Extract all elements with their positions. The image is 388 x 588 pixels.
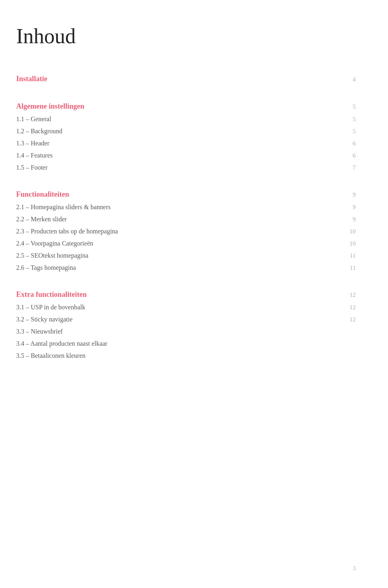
- toc-item-1-4: 1.4 – Features 6: [16, 149, 356, 162]
- toc-item-3-5: 3.5 – Betaaliconen kleuren: [16, 350, 356, 362]
- item-page-1-4: 6: [344, 152, 356, 159]
- toc-item-2-4: 2.4 – Voorpagina Categorieën 10: [16, 237, 356, 250]
- page-number: 3: [353, 565, 356, 572]
- toc-item-1-1: 1.1 – General 5: [16, 113, 356, 125]
- toc-item-3-2: 3.2 – Sticky navigatie 12: [16, 313, 356, 326]
- item-label-1-4: 1.4 – Features: [16, 152, 344, 159]
- item-label-1-5: 1.5 – Footer: [16, 164, 344, 171]
- item-label-3-2: 3.2 – Sticky navigatie: [16, 316, 344, 323]
- page-title: Inhoud: [16, 24, 356, 48]
- toc-header-algemene: Algemene instellingen 5: [16, 100, 356, 113]
- toc-section-extra: Extra functionaliteiten 12 3.1 – USP in …: [16, 288, 356, 362]
- item-page-1-3: 6: [344, 140, 356, 147]
- item-page-2-6: 11: [344, 265, 356, 271]
- item-label-3-3: 3.3 – Nieuwsbrief: [16, 328, 344, 335]
- toc-item-2-1: 2.1 – Homepagina sliders & banners 9: [16, 201, 356, 213]
- toc-container: Installatie 4 Algemene instellingen 5 1.…: [16, 72, 356, 362]
- item-label-3-5: 3.5 – Betaaliconen kleuren: [16, 352, 344, 359]
- item-page-2-2: 9: [344, 216, 356, 223]
- item-label-3-1: 3.1 – USP in de bovenbalk: [16, 304, 344, 311]
- item-page-3-1: 12: [344, 304, 356, 311]
- toc-item-1-3: 1.3 – Header 6: [16, 137, 356, 149]
- toc-section-functionaliteiten: Functionaliteiten 9 2.1 – Homepagina sli…: [16, 188, 356, 274]
- section-page-functionaliteiten: 9: [344, 191, 356, 198]
- section-label-installatie: Installatie: [16, 75, 344, 83]
- toc-item-3-3: 3.3 – Nieuwsbrief: [16, 326, 356, 338]
- toc-item-2-5: 2.5 – SEOtekst homepagina 11: [16, 250, 356, 262]
- item-page-2-3: 10: [344, 228, 356, 235]
- item-label-1-2: 1.2 – Background: [16, 128, 344, 135]
- toc-item-2-3: 2.3 – Producten tabs op de homepagina 10: [16, 225, 356, 237]
- item-page-1-2: 5: [344, 128, 356, 135]
- section-label-extra: Extra functionaliteiten: [16, 290, 344, 299]
- item-label-1-3: 1.3 – Header: [16, 140, 344, 147]
- section-label-algemene: Algemene instellingen: [16, 102, 344, 111]
- item-page-2-4: 10: [344, 240, 356, 247]
- toc-item-1-2: 1.2 – Background 5: [16, 125, 356, 137]
- item-page-2-1: 9: [344, 204, 356, 211]
- item-label-2-6: 2.6 – Tags homepagina: [16, 264, 344, 271]
- section-page-algemene: 5: [344, 103, 356, 110]
- toc-item-2-6: 2.6 – Tags homepagina 11: [16, 262, 356, 274]
- section-page-extra: 12: [344, 292, 356, 298]
- item-label-2-5: 2.5 – SEOtekst homepagina: [16, 252, 344, 259]
- item-label-1-1: 1.1 – General: [16, 116, 344, 123]
- toc-header-functionaliteiten: Functionaliteiten 9: [16, 188, 356, 201]
- item-page-2-5: 11: [344, 252, 356, 259]
- toc-item-3-4: 3.4 – Aantal producten naast elkaar: [16, 338, 356, 350]
- item-page-1-5: 7: [344, 164, 356, 171]
- toc-section-installatie: Installatie 4: [16, 72, 356, 86]
- item-label-2-3: 2.3 – Producten tabs op de homepagina: [16, 228, 344, 235]
- item-label-2-2: 2.2 – Merken slider: [16, 216, 344, 223]
- item-page-3-2: 12: [344, 316, 356, 323]
- toc-header-extra: Extra functionaliteiten 12: [16, 288, 356, 301]
- item-label-2-4: 2.4 – Voorpagina Categorieën: [16, 240, 344, 247]
- section-page-installatie: 4: [344, 76, 356, 83]
- item-page-1-1: 5: [344, 116, 356, 123]
- toc-section-algemene: Algemene instellingen 5 1.1 – General 5 …: [16, 100, 356, 174]
- toc-item-3-1: 3.1 – USP in de bovenbalk 12: [16, 301, 356, 313]
- toc-item-2-2: 2.2 – Merken slider 9: [16, 213, 356, 225]
- item-label-2-1: 2.1 – Homepagina sliders & banners: [16, 204, 344, 211]
- section-label-functionaliteiten: Functionaliteiten: [16, 190, 344, 199]
- toc-item-1-5: 1.5 – Footer 7: [16, 162, 356, 174]
- toc-item-installatie: Installatie 4: [16, 72, 356, 86]
- item-label-3-4: 3.4 – Aantal producten naast elkaar: [16, 340, 344, 347]
